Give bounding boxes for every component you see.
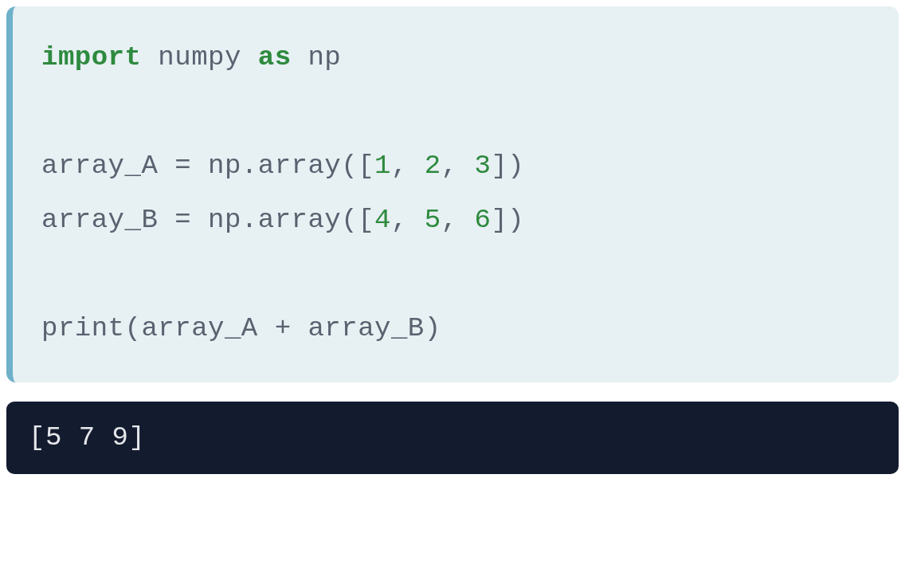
number-literal: 6	[475, 205, 492, 235]
separator: ,	[391, 151, 425, 181]
keyword-as: as	[258, 42, 292, 73]
code-text: array_B = np.array([	[41, 205, 374, 235]
code-line-4: array_B = np.array([4, 5, 6])	[41, 193, 870, 247]
code-text: ])	[491, 205, 524, 235]
keyword-import: import	[41, 42, 141, 73]
code-text: ])	[491, 151, 524, 181]
output-block: [5 7 9]	[6, 402, 899, 474]
code-line-3: array_A = np.array([1, 2, 3])	[41, 139, 870, 193]
output-text: [5 7 9]	[29, 422, 145, 453]
separator: ,	[391, 205, 425, 235]
separator: ,	[441, 151, 475, 181]
separator: ,	[441, 205, 475, 235]
alias-name: np	[292, 42, 342, 73]
code-text: array_A = np.array([	[41, 151, 374, 181]
number-literal: 3	[475, 151, 492, 181]
number-literal: 4	[374, 205, 391, 235]
number-literal: 1	[374, 151, 391, 181]
number-literal: 2	[425, 151, 441, 181]
code-line-1: import numpy as np	[41, 30, 870, 84]
number-literal: 5	[425, 205, 441, 235]
code-line-2-blank	[41, 84, 870, 139]
code-line-6: print(array_A + array_B)	[41, 301, 870, 355]
code-block: import numpy as np array_A = np.array([1…	[6, 6, 899, 382]
module-name: numpy	[141, 42, 257, 73]
code-line-5-blank	[41, 247, 870, 301]
